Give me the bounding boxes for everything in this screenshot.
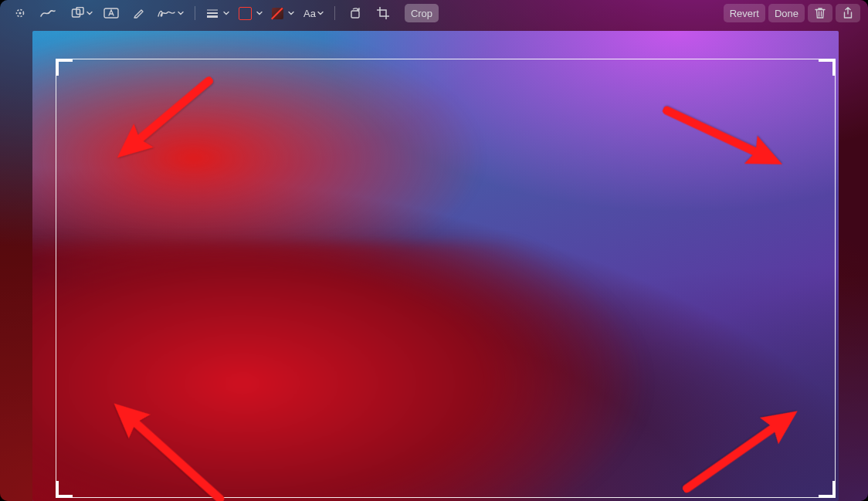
- toolbar-divider: [195, 6, 195, 20]
- signature-icon: [158, 8, 176, 19]
- border-color-button[interactable]: [236, 4, 266, 22]
- share-icon: [843, 7, 853, 19]
- delete-button[interactable]: [808, 4, 832, 22]
- crop-tool-icon: [377, 7, 389, 19]
- highlight-tool-button[interactable]: [127, 4, 151, 22]
- crop-handle-top-left[interactable]: [56, 59, 73, 76]
- chevron-down-icon: [178, 10, 184, 16]
- crop-selection[interactable]: [56, 59, 836, 498]
- textbox-icon: [103, 8, 119, 19]
- border-color-icon: [239, 7, 252, 20]
- share-button[interactable]: [836, 4, 860, 22]
- crop-handle-top-right[interactable]: [819, 59, 836, 76]
- fill-color-icon: [272, 8, 283, 19]
- preview-window: Aa Crop Revert Done: [0, 0, 868, 501]
- crop-action-label: Crop: [411, 8, 432, 19]
- fill-color-button[interactable]: [269, 4, 297, 22]
- done-label: Done: [775, 8, 798, 19]
- selection-tool-button[interactable]: [8, 4, 32, 22]
- textbox-tool-button[interactable]: [99, 4, 124, 22]
- svg-line-15: [687, 426, 775, 488]
- annotation-arrow-top-left: [102, 61, 226, 176]
- annotation-arrow-top-right: [653, 88, 792, 185]
- trash-icon: [815, 7, 826, 19]
- annotation-arrow-bottom-right: [670, 392, 811, 501]
- chevron-down-icon: [223, 10, 229, 16]
- line-icon: [40, 8, 56, 19]
- sketch-tool-button[interactable]: [36, 4, 60, 22]
- crop-tool-button[interactable]: [371, 4, 395, 22]
- chevron-down-icon: [288, 10, 294, 16]
- canvas-area: [32, 31, 839, 501]
- toolbar-divider: [334, 6, 335, 20]
- shapes-icon: [71, 7, 85, 19]
- text-style-button[interactable]: Aa: [300, 4, 327, 22]
- crop-handle-bottom-right[interactable]: [819, 481, 836, 498]
- revert-label: Revert: [730, 8, 759, 19]
- crop-handle-bottom-left[interactable]: [56, 481, 73, 498]
- text-style-icon: Aa: [303, 8, 316, 19]
- crop-action-button[interactable]: Crop: [405, 4, 439, 22]
- annotation-arrow-bottom-left: [98, 386, 238, 501]
- highlight-icon: [133, 7, 145, 19]
- svg-point-1: [19, 12, 21, 14]
- svg-marker-12: [744, 136, 789, 178]
- shapes-tool-button[interactable]: [68, 4, 96, 22]
- stroke-style-button[interactable]: [203, 4, 232, 22]
- svg-line-11: [666, 110, 758, 153]
- revert-button[interactable]: Revert: [724, 4, 765, 22]
- chevron-down-icon: [86, 10, 93, 16]
- signature-tool-button[interactable]: [154, 4, 187, 22]
- stroke-icon: [206, 8, 219, 18]
- done-button[interactable]: Done: [768, 4, 805, 22]
- markup-toolbar: Aa Crop Revert Done: [0, 0, 868, 26]
- svg-line-13: [134, 421, 219, 499]
- chevron-down-icon: [256, 10, 263, 16]
- selection-icon: [14, 7, 26, 19]
- chevron-down-icon: [317, 10, 324, 16]
- svg-rect-8: [351, 11, 359, 18]
- svg-line-9: [138, 81, 209, 140]
- rotate-icon: [349, 7, 361, 19]
- rotate-button[interactable]: [343, 4, 368, 22]
